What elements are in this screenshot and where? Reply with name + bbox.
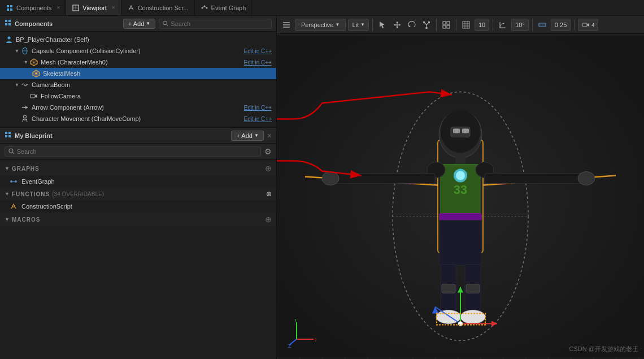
components-add-label: + Add (128, 20, 144, 27)
tree-item-skeletal[interactable]: SkeletalMesh (0, 68, 276, 79)
scale-factor-button[interactable] (536, 19, 549, 31)
grid-value-label: 10 (478, 21, 485, 28)
tree-item-root-label: BP_PlayerCharacter (Self) (16, 36, 272, 43)
functions-add-icon[interactable]: ⊕ (266, 190, 272, 198)
perspective-label: Perspective (301, 21, 333, 28)
graphs-section-header[interactable]: ▼ GRAPHS ⊕ (0, 162, 276, 175)
main-area: Components + Add ▼ (0, 16, 644, 359)
angle-value-button[interactable]: 10° (511, 19, 529, 31)
toolbar-sep3 (456, 19, 456, 31)
rotate-tool-button[interactable] (406, 19, 418, 31)
svg-rect-1 (10, 5, 12, 7)
scale-tool-button[interactable] (420, 19, 433, 31)
tab-construction-label: Construction Scr... (138, 5, 189, 11)
character-container: 33 (277, 34, 644, 359)
camera-size-label: 4 (591, 22, 594, 28)
perspective-button[interactable]: Perspective ▼ (295, 19, 346, 31)
svg-point-101 (460, 310, 485, 324)
tree-item-movement[interactable]: ▶ Character Movement (CharMoveComp) Edit… (0, 113, 276, 124)
mesh-edit-link[interactable]: Edit in C++ (244, 59, 272, 66)
blueprint-close[interactable]: × (267, 131, 272, 140)
functions-section-header[interactable]: ▼ FUNCTIONS (34 OVERRIDABLE) ⊕ (0, 188, 276, 200)
svg-rect-103 (466, 284, 480, 293)
viewport-canvas[interactable]: 33 (277, 34, 644, 359)
bp-item-construction[interactable]: ConstructionScript (0, 200, 276, 213)
svg-rect-14 (8, 20, 11, 22)
cursor-tool-button[interactable] (376, 19, 389, 31)
skeletal-icon (32, 69, 41, 78)
bp-content: ▼ GRAPHS ⊕ EventGraph (0, 159, 276, 359)
camera-size-button[interactable]: 4 (578, 19, 598, 31)
viewport-menu-button[interactable] (280, 19, 293, 31)
person-icon (5, 35, 14, 44)
bp-item-eventgraph[interactable]: EventGraph (0, 175, 276, 188)
translate-tool-button[interactable] (391, 19, 403, 31)
scale-value-button[interactable]: 0.25 (551, 19, 571, 31)
components-search-bar[interactable] (159, 19, 272, 29)
grid-value-button[interactable]: 10 (475, 19, 489, 31)
blueprint-section: My Blueprint + Add ▼ × ⚙ (0, 127, 276, 359)
lit-button[interactable]: Lit ▼ (348, 19, 369, 31)
tree-item-root[interactable]: BP_PlayerCharacter (Self) (0, 34, 276, 45)
tab-viewport[interactable]: Viewport × (66, 0, 121, 15)
viewport-toolbar: Perspective ▼ Lit ▼ (277, 16, 644, 34)
svg-rect-102 (442, 284, 455, 293)
svg-rect-3 (10, 8, 12, 11)
tree-item-capsule-label: Capsule Component (CollisionCylinder) (32, 47, 244, 54)
tree-item-cameraboom[interactable]: ▼ CameraBoom (0, 79, 276, 90)
svg-marker-46 (380, 21, 385, 28)
svg-rect-69 (539, 23, 546, 27)
svg-rect-0 (7, 5, 9, 7)
macros-expand: ▼ (5, 217, 10, 222)
bp-search-bar[interactable] (5, 146, 261, 157)
svg-rect-60 (443, 21, 446, 24)
tab-viewport-close[interactable]: × (112, 5, 115, 11)
components-search-input[interactable] (171, 20, 268, 27)
tab-components-close[interactable]: × (56, 5, 60, 11)
tree-item-mesh[interactable]: ▼ Mesh (CharacterMesh0) Edit in C++ (0, 57, 276, 68)
tree-item-followcam[interactable]: ▶ FollowCamera (0, 90, 276, 102)
blueprint-add-button[interactable]: + Add ▼ (231, 131, 263, 141)
macros-section-header[interactable]: ▼ MACROS ⊕ (0, 213, 276, 226)
tree-item-arrow-label: Arrow Component (Arrow) (32, 104, 244, 111)
tab-components[interactable]: Components × (0, 0, 66, 15)
grid-button[interactable] (460, 19, 472, 31)
svg-rect-36 (8, 135, 11, 137)
tab-eventgraph[interactable]: Event Graph (195, 0, 253, 15)
arrow-edit-link[interactable]: Edit in C++ (244, 105, 272, 111)
svg-rect-70 (582, 23, 587, 27)
bp-search-input[interactable] (17, 148, 257, 155)
functions-expand: ▼ (5, 191, 10, 197)
angle-button[interactable] (497, 19, 509, 31)
svg-text:Z: Z (288, 343, 291, 348)
macros-add-icon[interactable]: ⊕ (265, 215, 272, 224)
tab-construction[interactable]: Construction Scr... (121, 0, 195, 15)
svg-point-93 (322, 172, 339, 185)
bp-search-icon (8, 148, 15, 154)
svg-marker-49 (396, 21, 398, 23)
bp-header-icon (5, 131, 11, 140)
arrow-icon (20, 103, 29, 112)
components-add-button[interactable]: + Add ▼ (123, 19, 155, 29)
bp-settings-icon[interactable]: ⚙ (264, 147, 272, 156)
tree-item-arrow[interactable]: ▶ Arrow Component (Arrow) Edit in C++ (0, 102, 276, 113)
svg-point-39 (10, 180, 12, 183)
graphs-add-icon[interactable]: ⊕ (265, 164, 272, 173)
lit-label: Lit (352, 21, 359, 28)
svg-line-38 (12, 152, 14, 153)
svg-point-40 (15, 180, 17, 183)
movement-edit-link[interactable]: Edit in C++ (244, 116, 272, 122)
perspective-chevron: ▼ (335, 22, 340, 27)
svg-text:33: 33 (454, 183, 467, 197)
components-tab-icon (6, 4, 14, 12)
blueprint-header: My Blueprint + Add ▼ × (0, 128, 276, 144)
tree-item-capsule[interactable]: ▼ Capsule Component (CollisionCylinder) … (0, 45, 276, 57)
watermark-text: CSDN @开发游戏的老王 (569, 345, 638, 353)
bp-add-label: + Add (236, 132, 252, 139)
svg-rect-57 (423, 21, 425, 23)
capsule-edit-link[interactable]: Edit in C++ (244, 48, 272, 54)
maximize-button[interactable] (440, 19, 452, 31)
axes-indicator: X Y Z (288, 319, 316, 348)
svg-rect-83 (453, 129, 460, 133)
tab-components-label: Components (16, 5, 51, 11)
